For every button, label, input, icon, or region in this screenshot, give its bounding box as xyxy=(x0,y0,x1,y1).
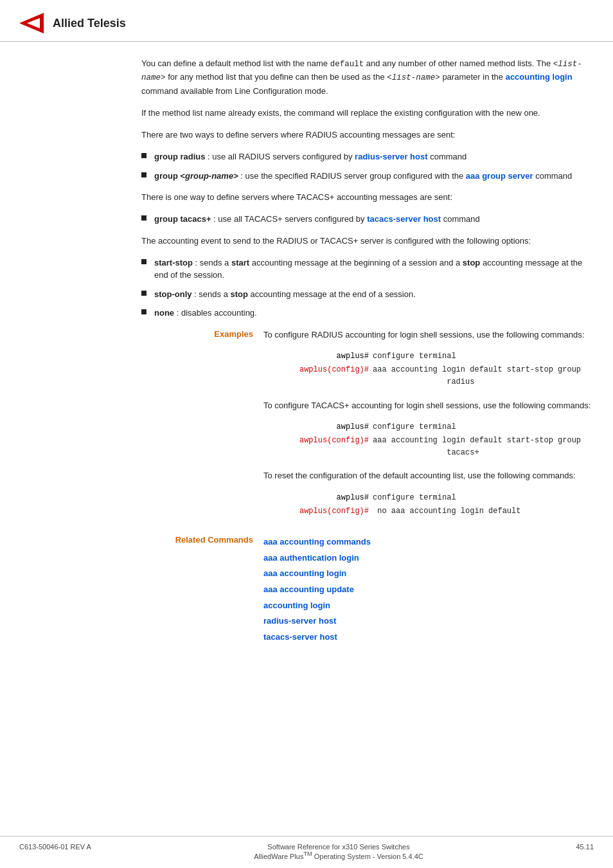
code-line-radius-1: awplus# configure terminal xyxy=(263,350,594,363)
bullet-text-2: group <group-name> : use the specified R… xyxy=(154,170,572,183)
prompt-config-2: awplus(config)# xyxy=(263,435,373,459)
para-4: There is one way to define servers where… xyxy=(141,191,594,204)
bullet-text-5: stop-only : sends a stop accounting mess… xyxy=(154,288,416,301)
para-2: If the method list name already exists, … xyxy=(141,107,594,120)
related-content: aaa accounting commands aaa authenticati… xyxy=(263,534,594,646)
examples-intro-1: To configure RADIUS accounting for login… xyxy=(263,329,594,341)
bullet-icon-6 xyxy=(141,309,147,314)
code-line-reset-2: awplus(config)# no aaa accounting login … xyxy=(263,505,594,518)
code-default: default xyxy=(330,60,364,69)
link-tacacs-server-host-1[interactable]: tacacs-server host xyxy=(367,214,441,224)
cmd-radius-2: aaa accounting login default start-stop … xyxy=(373,364,581,388)
prompt-awplus-3: awplus# xyxy=(263,492,373,504)
related-section: Related Commands aaa accounting commands… xyxy=(141,534,594,646)
bullet-group-name: group <group-name> : use the specified R… xyxy=(141,170,594,183)
cmd-reset-1: configure terminal xyxy=(373,492,456,504)
bullet-icon-5 xyxy=(141,291,147,296)
code-block-reset: awplus# configure terminal awplus(config… xyxy=(263,492,594,518)
link-radius-server-host-1[interactable]: radius-server host xyxy=(355,152,427,161)
code-line-tacacs-1: awplus# configure terminal xyxy=(263,421,594,433)
main-content: You can define a default method list wit… xyxy=(0,42,613,836)
link-tacacs-server-host[interactable]: tacacs-server host xyxy=(263,629,594,646)
footer: C613-50046-01 REV A Software Reference f… xyxy=(0,836,613,868)
link-aaa-accounting-commands[interactable]: aaa accounting commands xyxy=(263,534,594,550)
footer-right: 45.11 xyxy=(555,843,594,851)
bullet-icon-4 xyxy=(141,259,147,264)
bullet-text-4: start-stop : sends a start accounting me… xyxy=(154,257,594,282)
para-5: The accounting event to send to the RADI… xyxy=(141,235,594,248)
code-block-radius: awplus# configure terminal awplus(config… xyxy=(263,350,594,389)
link-accounting-login[interactable]: accounting login xyxy=(263,598,594,614)
options-bullet-list: start-stop : sends a start accounting me… xyxy=(141,257,594,320)
cmd-radius-1: configure terminal xyxy=(373,350,456,363)
bullet-text-3: group tacacs+ : use all TACACS+ servers … xyxy=(154,213,480,226)
logo-text: Allied Telesis xyxy=(53,17,126,30)
bullet-group-radius: group radius : use all RADIUS servers co… xyxy=(141,150,594,163)
examples-section: Examples To configure RADIUS accounting … xyxy=(141,329,594,528)
header: Allied Telesis xyxy=(0,0,613,42)
cmd-tacacs-2: aaa accounting login default start-stop … xyxy=(373,435,581,459)
related-label: Related Commands xyxy=(141,534,263,646)
page-wrapper: Allied Telesis You can define a default … xyxy=(0,0,613,868)
code-line-radius-2: awplus(config)# aaa accounting login def… xyxy=(263,364,594,388)
link-aaa-accounting-update[interactable]: aaa accounting update xyxy=(263,582,594,598)
para-1: You can define a default method list wit… xyxy=(141,57,594,98)
prompt-awplus-1: awplus# xyxy=(263,350,373,363)
bullet-group-tacacs: group tacacs+ : use all TACACS+ servers … xyxy=(141,213,594,226)
examples-intro-3: To reset the configuration of the defaul… xyxy=(263,469,594,482)
link-radius-server-host[interactable]: radius-server host xyxy=(263,613,594,629)
prompt-config-1: awplus(config)# xyxy=(263,364,373,388)
cmd-tacacs-1: configure terminal xyxy=(373,421,456,433)
link-accounting-login[interactable]: accounting login xyxy=(506,72,573,82)
examples-intro-2: To configure TACACS+ accounting for logi… xyxy=(263,399,594,412)
examples-label: Examples xyxy=(141,329,263,528)
radius-bullet-list: group radius : use all RADIUS servers co… xyxy=(141,150,594,182)
bullet-text-6: none : disables accounting. xyxy=(154,307,257,320)
bullet-start-stop: start-stop : sends a start accounting me… xyxy=(141,257,594,282)
code-line-reset-1: awplus# configure terminal xyxy=(263,492,594,504)
bullet-icon-1 xyxy=(141,153,147,158)
examples-content: To configure RADIUS accounting for login… xyxy=(263,329,594,528)
footer-center-line2: AlliedWare PlusTM Operating System - Ver… xyxy=(122,851,555,860)
logo-icon xyxy=(19,12,50,35)
bullet-text-1: group radius : use all RADIUS servers co… xyxy=(154,150,466,163)
code-block-tacacs: awplus# configure terminal awplus(config… xyxy=(263,421,594,460)
cmd-reset-2: no aaa accounting login default xyxy=(373,505,520,518)
tacacs-bullet-list: group tacacs+ : use all TACACS+ servers … xyxy=(141,213,594,226)
footer-center: Software Reference for x310 Series Switc… xyxy=(122,843,555,860)
footer-left: C613-50046-01 REV A xyxy=(19,843,122,851)
code-line-tacacs-2: awplus(config)# aaa accounting login def… xyxy=(263,435,594,459)
bullet-icon-3 xyxy=(141,215,147,221)
code-listname2: <list-name> xyxy=(387,73,440,82)
bullet-none: none : disables accounting. xyxy=(141,307,594,320)
link-aaa-authentication-login[interactable]: aaa authentication login xyxy=(263,550,594,566)
link-aaa-group-server[interactable]: aaa group server xyxy=(466,171,533,181)
bullet-icon-2 xyxy=(141,172,147,177)
bullet-stop-only: stop-only : sends a stop accounting mess… xyxy=(141,288,594,301)
para-3: There are two ways to define servers whe… xyxy=(141,129,594,141)
link-aaa-accounting-login[interactable]: aaa accounting login xyxy=(263,566,594,582)
logo: Allied Telesis xyxy=(19,12,126,35)
prompt-config-3: awplus(config)# xyxy=(263,505,373,518)
prompt-awplus-2: awplus# xyxy=(263,421,373,433)
footer-center-line1: Software Reference for x310 Series Switc… xyxy=(122,843,555,851)
